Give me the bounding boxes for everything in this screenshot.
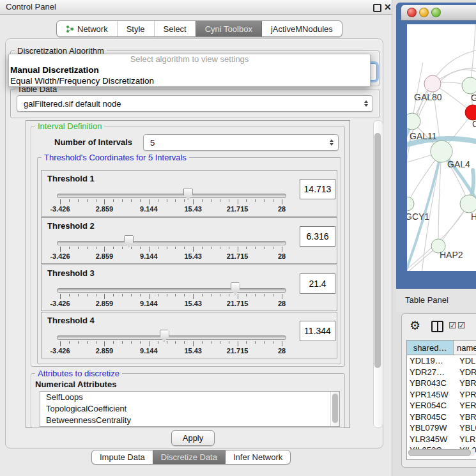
- close-traffic-light-icon[interactable]: [407, 8, 417, 17]
- control-panel-titlebar: Control Panel ✕: [0, 0, 392, 15]
- cell-name[interactable]: YLR3: [456, 434, 476, 445]
- tick-label: 9.144: [140, 347, 158, 355]
- threshold-1-value-field[interactable]: 14.713: [300, 179, 335, 199]
- tab-select[interactable]: Select: [154, 21, 196, 36]
- attribute-item-selfloops[interactable]: SelfLoops: [40, 392, 339, 403]
- network-node-g[interactable]: [462, 77, 476, 94]
- table-row[interactable]: YDR27…YDR2: [407, 367, 476, 378]
- minimize-traffic-light-icon[interactable]: [419, 8, 429, 17]
- threshold-4-slider-thumb[interactable]: [160, 330, 169, 342]
- threshold-3-slider-track[interactable]: [57, 288, 286, 293]
- attribute-item-betweennesscentrality[interactable]: BetweennessCentrality: [40, 415, 339, 426]
- cell-name[interactable]: YBR0: [456, 411, 476, 423]
- tick-mark: [184, 341, 185, 344]
- number-of-intervals-combobox[interactable]: 5: [143, 134, 339, 151]
- scrollbar-thumb[interactable]: [408, 449, 471, 456]
- gear-icon[interactable]: ⚙: [410, 319, 420, 333]
- threshold-1-slider-track[interactable]: [57, 194, 286, 198]
- tab-network[interactable]: Network: [57, 21, 117, 36]
- tab-style[interactable]: Style: [117, 21, 154, 36]
- threshold-2-value-field[interactable]: 6.316: [300, 226, 335, 247]
- tick-mark: [282, 294, 282, 299]
- network-canvas[interactable]: GAL80GCGAL11GAL4GCY1HHAP2: [407, 24, 476, 271]
- tick-mark: [69, 341, 70, 344]
- threshold-3-value-field[interactable]: 21.4: [300, 273, 335, 294]
- tick-mark: [78, 294, 79, 296]
- tick-mark: [238, 341, 238, 346]
- tab-infer-network[interactable]: Infer Network: [225, 450, 290, 464]
- threshold-4-value-field[interactable]: 11.344: [300, 321, 335, 341]
- checkbox-icon[interactable]: ☑: [449, 319, 457, 332]
- checkbox-icon[interactable]: ☑: [457, 319, 466, 332]
- tick-mark: [167, 341, 167, 344]
- cell-name[interactable]: YDL1: [456, 355, 476, 367]
- tab-jactivemnodules-label: jActiveMNodules: [271, 24, 333, 34]
- cell-shared-name[interactable]: YBL079W: [407, 422, 456, 434]
- close-icon[interactable]: ✕: [384, 1, 392, 13]
- cell-shared-name[interactable]: YDR27…: [407, 367, 456, 378]
- cell-shared-name[interactable]: YLR345W: [407, 434, 456, 445]
- attribute-item-topologicalcoefficient[interactable]: TopologicalCoefficient: [40, 403, 339, 415]
- tick-mark: [149, 199, 150, 204]
- tick-mark: [220, 247, 220, 249]
- threshold-3-slider-thumb[interactable]: [231, 282, 240, 295]
- tab-impute-data[interactable]: Impute Data: [92, 450, 153, 464]
- tab-jactivemnodules[interactable]: jActiveMNodules: [261, 21, 342, 36]
- network-node-label-c: C: [472, 119, 476, 129]
- table-row[interactable]: YER054CYER0: [407, 400, 476, 411]
- zoom-traffic-light-icon[interactable]: [431, 8, 441, 17]
- scrollbar-thumb[interactable]: [332, 394, 338, 423]
- network-node-c[interactable]: [465, 105, 476, 120]
- dropdown-item-manual-discretization[interactable]: Manual Discretization: [9, 65, 370, 75]
- cell-shared-name[interactable]: YER054C: [407, 400, 456, 411]
- slider-ticks: [57, 341, 285, 347]
- table-header-row: shared… name: [407, 341, 476, 355]
- attributes-list-scrollbar[interactable]: [330, 392, 339, 426]
- tab-discretize-data[interactable]: Discretize Data: [153, 450, 225, 464]
- table-row[interactable]: YBR043CYBR0: [407, 378, 476, 389]
- scrollbar-thumb[interactable]: [374, 133, 381, 368]
- tick-mark: [229, 341, 229, 344]
- settings-scrollbar[interactable]: [373, 120, 383, 428]
- apply-button[interactable]: Apply: [171, 430, 215, 446]
- threshold-1-panel: Threshold 1-3.4262.8599.14415.4321.71528…: [41, 170, 337, 217]
- dropdown-item-equal-width-frequency-discretization[interactable]: Equal Width/Frequency Discretization: [9, 75, 370, 86]
- tick-mark: [113, 247, 114, 249]
- network-node-gal11[interactable]: [407, 113, 420, 130]
- float-window-icon[interactable]: [373, 4, 381, 12]
- cell-shared-name[interactable]: YBR045C: [407, 411, 456, 423]
- columns-icon[interactable]: [431, 321, 443, 332]
- table-row[interactable]: YPR145WYPR1: [407, 389, 476, 401]
- tick-mark: [238, 294, 238, 299]
- table-data-combobox[interactable]: galFiltered.sif default node: [17, 95, 373, 112]
- threshold-2-slider-thumb[interactable]: [124, 235, 134, 247]
- tick-mark: [255, 294, 256, 296]
- threshold-1-slider-thumb[interactable]: [183, 188, 193, 200]
- table-row[interactable]: YLR345WYLR3: [407, 434, 476, 445]
- tick-label: 28: [278, 347, 286, 355]
- thresholds-group-label: Threshold's Coordinates for 5 Intervals: [42, 153, 189, 162]
- network-node-h[interactable]: [460, 195, 476, 213]
- cell-name[interactable]: YDR2: [456, 367, 476, 378]
- column-header-name[interactable]: name: [454, 341, 476, 355]
- tick-label: 21.715: [227, 205, 249, 213]
- cell-name[interactable]: YBR0: [456, 378, 476, 389]
- column-header-shared-name[interactable]: shared…: [407, 341, 454, 355]
- threshold-2-slider-track[interactable]: [57, 241, 286, 245]
- table-horizontal-scrollbar[interactable]: [408, 449, 475, 456]
- network-node-gal80[interactable]: [424, 75, 441, 92]
- threshold-4-slider-track[interactable]: [57, 335, 286, 340]
- table-row[interactable]: YDL19…YDL1: [407, 355, 476, 367]
- tab-cyni-toolbox[interactable]: Cyni Toolbox: [196, 21, 261, 36]
- cell-shared-name[interactable]: YDL19…: [407, 355, 456, 367]
- table-row[interactable]: YBL079WYBL0: [407, 422, 476, 434]
- cell-shared-name[interactable]: YBR043C: [407, 378, 456, 389]
- cell-name[interactable]: YBL0: [456, 422, 476, 434]
- cell-name[interactable]: YER0: [456, 400, 476, 411]
- cell-name[interactable]: YPR1: [456, 389, 476, 401]
- network-node-gcy1[interactable]: [407, 197, 414, 211]
- tick-mark: [255, 341, 256, 344]
- table-row[interactable]: YBR045CYBR0: [407, 411, 476, 423]
- dropdown-prompt-item[interactable]: Select algorithm to view settings: [9, 54, 370, 65]
- cell-shared-name[interactable]: YPR145W: [407, 389, 456, 401]
